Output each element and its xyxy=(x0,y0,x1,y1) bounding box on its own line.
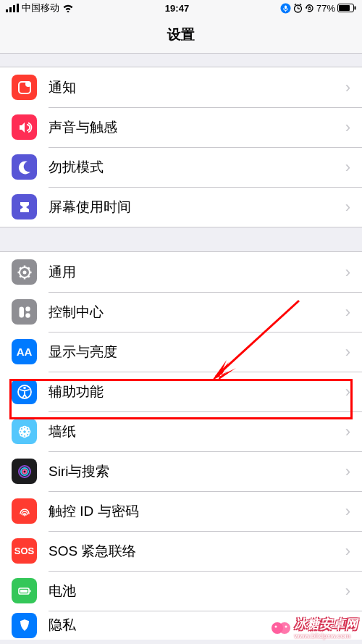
svg-point-31 xyxy=(25,313,30,317)
svg-point-20 xyxy=(22,270,26,274)
battery-percent: 77% xyxy=(316,3,335,14)
svg-point-55 xyxy=(285,625,287,627)
svg-line-10 xyxy=(295,4,296,5)
settings-header: 设置 xyxy=(0,16,362,54)
row-display[interactable]: AA 显示与亮度 › xyxy=(0,332,362,372)
sounds-icon xyxy=(12,114,37,140)
svg-rect-48 xyxy=(30,590,31,592)
wallpaper-icon xyxy=(12,419,37,444)
page-title: 设置 xyxy=(167,25,195,44)
svg-rect-47 xyxy=(20,590,28,593)
chevron-right-icon: › xyxy=(345,502,350,521)
row-label: SOS 紧急联络 xyxy=(49,542,345,561)
row-label: 显示与亮度 xyxy=(49,343,345,361)
watermark-logo-icon xyxy=(271,619,291,637)
battery-row-icon xyxy=(12,578,37,603)
svg-rect-3 xyxy=(17,4,19,12)
chevron-right-icon: › xyxy=(345,343,350,361)
chevron-right-icon: › xyxy=(345,422,350,441)
svg-line-28 xyxy=(28,267,30,269)
svg-rect-2 xyxy=(13,5,15,12)
status-bar: 中国移动 19:47 77% xyxy=(0,0,362,16)
svg-point-30 xyxy=(25,306,30,311)
screentime-icon xyxy=(12,194,37,219)
settings-group-1: 通知 › 声音与触感 › 勿扰模式 › 屏幕使用时间 › xyxy=(0,67,362,227)
svg-rect-15 xyxy=(339,5,350,11)
privacy-icon xyxy=(12,613,37,638)
svg-point-33 xyxy=(23,386,26,389)
chevron-right-icon: › xyxy=(345,78,350,97)
chevron-right-icon: › xyxy=(345,263,350,282)
svg-line-26 xyxy=(28,276,30,277)
svg-point-42 xyxy=(25,432,29,436)
sos-icon: SOS xyxy=(12,538,37,564)
status-right: 77% xyxy=(280,3,356,14)
row-wallpaper[interactable]: 墙纸 › xyxy=(0,411,362,451)
row-label: 墙纸 xyxy=(49,422,345,441)
svg-point-40 xyxy=(25,427,29,431)
svg-rect-13 xyxy=(308,7,311,9)
chevron-right-icon: › xyxy=(345,542,350,561)
row-siri[interactable]: Siri与搜索 › xyxy=(0,451,362,491)
notifications-icon xyxy=(12,75,37,100)
svg-point-18 xyxy=(25,81,31,87)
battery-icon xyxy=(337,4,356,12)
row-label: 控制中心 xyxy=(49,303,345,322)
touchid-icon xyxy=(12,498,37,524)
watermark-url: www.bltdpxw.com xyxy=(295,632,358,640)
svg-rect-5 xyxy=(285,5,287,9)
svg-line-27 xyxy=(20,276,21,277)
row-general[interactable]: 通用 › xyxy=(0,252,362,292)
row-label: 勿扰模式 xyxy=(49,158,345,177)
status-left: 中国移动 xyxy=(6,1,74,14)
dnd-icon xyxy=(12,154,37,180)
svg-line-11 xyxy=(300,4,301,5)
chevron-right-icon: › xyxy=(345,382,350,401)
chevron-right-icon: › xyxy=(345,582,350,601)
chevron-right-icon: › xyxy=(345,198,350,217)
chevron-right-icon: › xyxy=(345,462,350,481)
alarm-icon xyxy=(293,4,303,13)
svg-point-39 xyxy=(20,427,24,431)
row-label: 辅助功能 xyxy=(49,382,345,401)
row-screentime[interactable]: 屏幕使用时间 › xyxy=(0,187,362,227)
control-center-icon xyxy=(12,299,37,325)
display-icon: AA xyxy=(12,339,37,364)
row-label: Siri与搜索 xyxy=(49,462,345,481)
svg-point-53 xyxy=(279,622,290,634)
mic-status-icon xyxy=(280,3,291,14)
row-touchid[interactable]: 触控 ID 与密码 › xyxy=(0,491,362,531)
carrier-label: 中国移动 xyxy=(22,1,59,14)
row-label: 通用 xyxy=(49,263,345,282)
row-accessibility[interactable]: 辅助功能 › xyxy=(0,372,362,411)
row-control-center[interactable]: 控制中心 › xyxy=(0,292,362,332)
svg-rect-1 xyxy=(9,7,12,12)
svg-point-41 xyxy=(20,432,24,436)
row-label: 通知 xyxy=(49,78,345,97)
svg-line-25 xyxy=(20,267,21,269)
status-time: 19:47 xyxy=(165,3,189,14)
chevron-right-icon: › xyxy=(345,303,350,322)
svg-rect-29 xyxy=(19,306,24,317)
row-label: 触控 ID 与密码 xyxy=(49,502,345,521)
settings-group-2: 通用 › 控制中心 › AA 显示与亮度 › 辅助功能 › 墙纸 › Siri与… xyxy=(0,251,362,640)
row-battery[interactable]: 电池 › xyxy=(0,571,362,611)
row-label: 屏幕使用时间 xyxy=(49,198,345,217)
row-sounds[interactable]: 声音与触感 › xyxy=(0,107,362,147)
watermark-text: 冰糖安卓网 xyxy=(295,616,358,632)
row-notifications[interactable]: 通知 › xyxy=(0,67,362,107)
signal-icon xyxy=(6,4,19,12)
row-sos[interactable]: SOS SOS 紧急联络 › xyxy=(0,531,362,571)
watermark: 冰糖安卓网 www.bltdpxw.com xyxy=(271,616,358,640)
siri-icon xyxy=(12,459,37,484)
general-icon xyxy=(12,259,37,285)
row-label: 声音与触感 xyxy=(49,118,345,137)
chevron-right-icon: › xyxy=(345,118,350,137)
lock-rotation-icon xyxy=(305,4,314,13)
chevron-right-icon: › xyxy=(345,158,350,177)
accessibility-icon xyxy=(12,379,37,404)
row-dnd[interactable]: 勿扰模式 › xyxy=(0,147,362,187)
svg-point-54 xyxy=(274,625,277,627)
row-label: 电池 xyxy=(49,582,345,601)
svg-rect-0 xyxy=(6,9,8,12)
